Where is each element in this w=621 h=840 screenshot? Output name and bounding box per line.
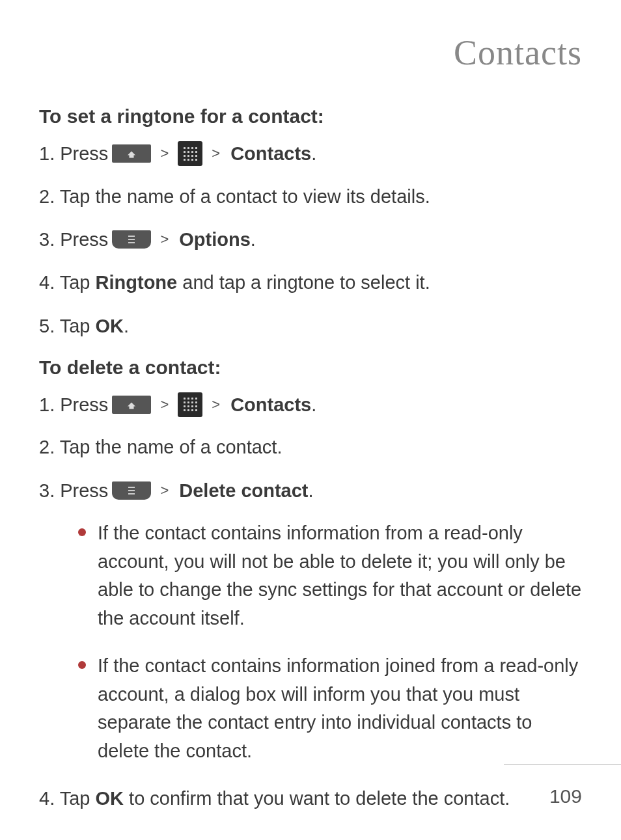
delete-contact-label: Delete contact bbox=[179, 478, 308, 504]
step-prefix: 5. Tap bbox=[39, 316, 96, 336]
separator: > bbox=[160, 144, 169, 164]
bullet-list: If the contact contains information from… bbox=[78, 519, 582, 765]
separator: > bbox=[160, 230, 169, 250]
step-text: 1. Press bbox=[39, 141, 108, 167]
page-number: 109 bbox=[549, 785, 582, 807]
step-3-ringtone: 3. Press > Options . bbox=[39, 226, 582, 253]
contacts-label: Contacts bbox=[230, 392, 311, 418]
step-2-delete: 2. Tap the name of a contact. bbox=[39, 433, 582, 462]
ok-label: OK bbox=[96, 316, 124, 336]
bullet-readonly-account: If the contact contains information from… bbox=[78, 519, 582, 632]
step-2-ringtone: 2. Tap the name of a contact to view its… bbox=[39, 183, 582, 211]
section-heading-delete: To delete a contact: bbox=[39, 357, 582, 379]
footer-divider bbox=[504, 765, 621, 765]
ok-label: OK bbox=[96, 788, 124, 809]
separator: > bbox=[160, 481, 169, 501]
step-suffix: . bbox=[311, 141, 316, 167]
step-text: 3. Press bbox=[39, 478, 108, 504]
step-4-ringtone: 4. Tap Ringtone and tap a ringtone to se… bbox=[39, 269, 582, 297]
options-label: Options bbox=[179, 226, 251, 253]
ringtone-label: Ringtone bbox=[96, 272, 178, 293]
step-prefix: 4. Tap bbox=[39, 788, 96, 809]
contacts-label: Contacts bbox=[230, 141, 311, 167]
section-heading-ringtone: To set a ringtone for a contact: bbox=[39, 105, 582, 128]
menu-icon bbox=[112, 481, 151, 500]
page-title: Contacts bbox=[39, 33, 582, 73]
step-suffix: . bbox=[124, 316, 129, 336]
menu-icon bbox=[112, 230, 151, 249]
home-icon bbox=[112, 144, 151, 163]
step-1-delete: 1. Press > > Contacts . bbox=[39, 392, 582, 418]
step-suffix: . bbox=[251, 226, 256, 253]
step-suffix: . bbox=[309, 478, 314, 504]
step-suffix: . bbox=[311, 392, 316, 418]
step-text: 1. Press bbox=[39, 392, 108, 418]
separator: > bbox=[212, 144, 220, 164]
step-suffix: to confirm that you want to delete the c… bbox=[124, 788, 510, 809]
bullet-joined-readonly: If the contact contains information join… bbox=[78, 652, 582, 765]
step-text: 3. Press bbox=[39, 226, 108, 253]
step-suffix: and tap a ringtone to select it. bbox=[177, 272, 430, 293]
step-3-delete: 3. Press > Delete contact . bbox=[39, 478, 582, 504]
step-prefix: 4. Tap bbox=[39, 272, 96, 293]
step-5-ringtone: 5. Tap OK. bbox=[39, 312, 582, 341]
home-icon bbox=[112, 396, 151, 414]
apps-icon bbox=[178, 392, 202, 417]
separator: > bbox=[212, 395, 220, 415]
apps-icon bbox=[178, 141, 202, 166]
step-1-ringtone: 1. Press > > Contacts . bbox=[39, 141, 582, 167]
step-4-delete: 4. Tap OK to confirm that you want to de… bbox=[39, 785, 582, 813]
separator: > bbox=[160, 395, 169, 415]
